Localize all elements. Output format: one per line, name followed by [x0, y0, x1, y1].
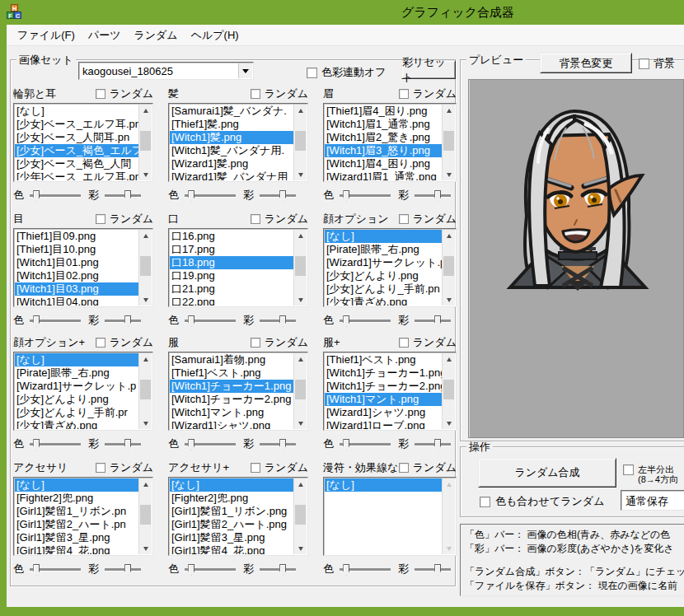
scroll-up-icon[interactable]: [139, 105, 152, 116]
list-item[interactable]: 口22.png: [170, 296, 293, 306]
hue-slider[interactable]: [185, 320, 236, 322]
scroll-down-icon[interactable]: [443, 543, 455, 554]
sat-slider-thumb[interactable]: [279, 190, 286, 202]
checkbox-icon[interactable]: [251, 89, 260, 99]
random-checkbox[interactable]: ランダム: [399, 335, 457, 350]
list-item[interactable]: [Girl1]髪留4_花.png: [15, 544, 138, 554]
scroll-down-icon[interactable]: [294, 169, 307, 180]
save-mode-field[interactable]: 通常保存: [621, 490, 684, 511]
list-item[interactable]: [Thief1]目10.png: [15, 243, 138, 256]
sat-slider[interactable]: [105, 568, 141, 571]
random-checkbox[interactable]: ランダム: [251, 335, 308, 350]
hue-slider[interactable]: [185, 194, 236, 197]
random-checkbox[interactable]: ランダム: [399, 86, 457, 101]
part-listbox[interactable]: [Thief1]目09.png[Thief1]目10.png[Witch1]目0…: [13, 228, 153, 307]
list-item[interactable]: [Witch1]目04.png: [15, 296, 138, 306]
part-listbox[interactable]: [Thief1]ベスト.png[Witch1]チョーカー1.png[Witch1…: [323, 352, 457, 431]
sat-slider[interactable]: [260, 320, 296, 322]
random-checkbox[interactable]: ランダム: [96, 212, 153, 226]
scroll-up-icon[interactable]: [443, 105, 455, 116]
list-item[interactable]: [Witch1]チョーカー1.png: [170, 380, 293, 393]
list-item[interactable]: [Witch1]眉2_驚き.png: [325, 131, 442, 144]
scroll-up-icon[interactable]: [443, 353, 455, 365]
checkbox-icon[interactable]: [307, 68, 317, 78]
list-item[interactable]: [Girl1]髪留1_リボン.pn: [15, 505, 138, 518]
list-item[interactable]: [Witch1]髪.png: [170, 131, 293, 144]
list-item[interactable]: [Witch1]マント.png: [170, 406, 293, 419]
list-item[interactable]: [少女]ベース_人間耳.pn: [15, 131, 138, 144]
sat-slider[interactable]: [415, 320, 451, 322]
list-item[interactable]: [Wizard1]眉1_通常.png: [325, 170, 442, 180]
hue-slider-thumb[interactable]: [343, 564, 349, 576]
list-item[interactable]: [Witch1]髪_バンダナ用.: [170, 144, 293, 157]
sat-slider-thumb[interactable]: [124, 564, 131, 576]
hue-slider-thumb[interactable]: [188, 564, 194, 576]
part-listbox[interactable]: [なし][Fighter2]兜.png[Girl1]髪留1_リボン.pn[Gir…: [13, 477, 153, 556]
sat-slider-thumb[interactable]: [279, 439, 286, 450]
list-item[interactable]: [Witch1]眉1_通常.png: [325, 118, 442, 131]
list-item[interactable]: [少女]どんより.png: [325, 269, 442, 282]
scrollbar[interactable]: [138, 353, 152, 429]
checkbox-icon[interactable]: [399, 89, 409, 99]
list-item[interactable]: [Pirate]眼帯_右.png: [15, 366, 138, 380]
hue-slider-thumb[interactable]: [33, 439, 40, 450]
sat-slider-thumb[interactable]: [124, 190, 131, 202]
list-item[interactable]: [Witch1]目01.png: [15, 256, 138, 269]
list-item[interactable]: [Thief1]眉4_困り.png: [325, 105, 442, 118]
hue-slider[interactable]: [340, 443, 391, 446]
list-item[interactable]: [Wizard1]サークレット.p: [15, 380, 138, 393]
hue-slider-thumb[interactable]: [343, 190, 349, 202]
scrollbar[interactable]: [442, 105, 455, 180]
scroll-down-icon[interactable]: [443, 418, 455, 429]
hue-slider-thumb[interactable]: [33, 315, 40, 327]
random-checkbox[interactable]: ランダム: [251, 86, 308, 101]
sat-slider-thumb[interactable]: [434, 190, 441, 202]
scrollbar[interactable]: [442, 478, 455, 554]
scroll-down-icon[interactable]: [139, 294, 152, 306]
list-item[interactable]: [なし]: [15, 353, 138, 366]
sat-slider[interactable]: [260, 443, 296, 446]
list-item[interactable]: [Thief1]髪.png: [170, 118, 293, 131]
part-listbox[interactable]: [なし][Fighter2]兜.png[Girl1]髪留1_リボン.png[Gi…: [168, 477, 308, 556]
sat-slider[interactable]: [415, 568, 451, 571]
list-item[interactable]: [なし]: [170, 478, 293, 492]
list-item[interactable]: [少女]どんより_手前.pr: [15, 406, 138, 419]
part-listbox[interactable]: [Samurai1]髪_バンダナ.[Thief1]髪.png[Witch1]髪.…: [168, 103, 308, 182]
list-item[interactable]: [Witch1]目02.png: [15, 269, 138, 282]
checkbox-icon[interactable]: [251, 338, 260, 348]
scrollbar-thumb[interactable]: [140, 505, 151, 525]
list-item[interactable]: [Wizard1]髪_バンダナ用: [170, 170, 293, 180]
list-item[interactable]: [Wizard1]髪.png: [170, 157, 293, 170]
bg-checkbox[interactable]: 背景: [639, 56, 675, 71]
scroll-down-icon[interactable]: [443, 294, 455, 306]
scroll-up-icon[interactable]: [294, 105, 307, 116]
scrollbar[interactable]: [293, 230, 307, 306]
hue-slider-thumb[interactable]: [188, 190, 194, 202]
list-item[interactable]: [少女]ベース_エルフ耳.pn: [15, 118, 138, 131]
random-checkbox[interactable]: ランダム: [251, 460, 308, 475]
bg-color-change-button[interactable]: 背景色変更: [540, 53, 632, 73]
scroll-down-icon[interactable]: [443, 169, 455, 180]
list-item[interactable]: [Thief1]目09.png: [15, 230, 138, 243]
list-item[interactable]: [少女]青ざめ.png: [325, 296, 442, 306]
list-item[interactable]: [なし]: [15, 478, 138, 492]
scroll-up-icon[interactable]: [294, 230, 307, 241]
scroll-down-icon[interactable]: [294, 294, 307, 306]
hue-slider[interactable]: [340, 568, 391, 571]
list-item[interactable]: [少女]青ざめ.png: [15, 419, 138, 429]
part-listbox[interactable]: [なし]: [323, 477, 457, 556]
hue-slider-thumb[interactable]: [188, 439, 194, 450]
random-checkbox[interactable]: ランダム: [96, 460, 153, 475]
list-item[interactable]: [Witch1]眉3_怒り.png: [325, 144, 442, 157]
list-item[interactable]: [Girl1]髪留3_星.png: [170, 531, 293, 544]
list-item[interactable]: 口21.png: [170, 282, 293, 296]
hue-slider-thumb[interactable]: [33, 564, 40, 576]
part-listbox[interactable]: [Thief1]眉4_困り.png[Witch1]眉1_通常.png[Witch…: [323, 103, 457, 182]
list-item[interactable]: 口18.png: [170, 256, 293, 269]
list-item[interactable]: [Samurai1]髪_バンダナ.: [170, 105, 293, 118]
list-item[interactable]: [Witch1]眉4_困り.png: [325, 157, 442, 170]
list-item[interactable]: [Samurai1]着物.png: [170, 353, 293, 366]
hue-slider-thumb[interactable]: [188, 315, 194, 327]
color-link-off-checkbox[interactable]: 色彩連動オフ: [307, 65, 387, 80]
scrollbar[interactable]: [442, 353, 455, 429]
